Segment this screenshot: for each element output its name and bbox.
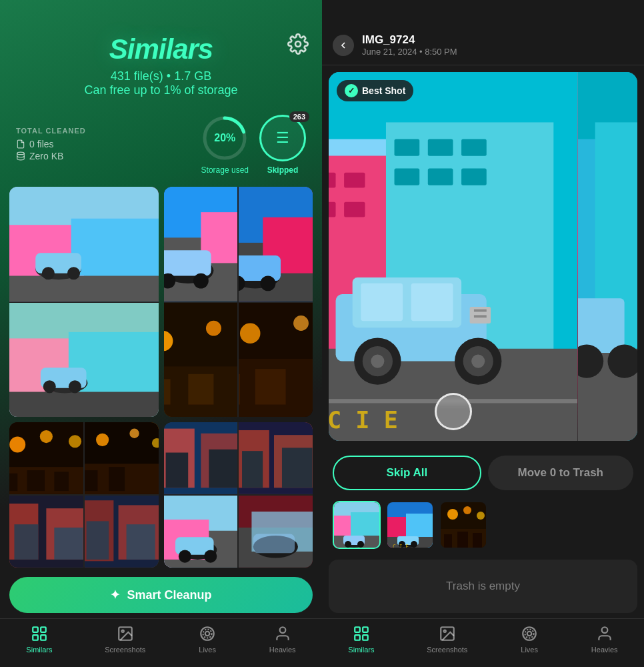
svg-rect-53 [9,474,17,491]
svg-rect-39 [164,379,171,404]
thumbnail-3[interactable] [439,501,487,549]
main-photo[interactable]: C I E ✓ Best Shot [329,72,577,441]
thumbnail-1[interactable] [333,501,381,549]
back-button[interactable] [333,35,354,56]
svg-rect-133 [474,315,487,317]
photo-info: IMG_9724 June 21, 2024 • 8:50 PM [362,33,457,57]
svg-rect-115 [461,169,487,185]
svg-point-26 [193,273,208,289]
svg-rect-81 [242,451,263,488]
svg-rect-95 [33,627,38,632]
svg-point-43 [293,315,309,331]
svg-rect-110 [395,139,420,156]
svg-rect-40 [188,374,213,404]
settings-button[interactable] [287,33,309,55]
secondary-photo [577,72,637,441]
photo-viewer: C I E ✓ Best Shot [322,65,644,618]
svg-point-50 [40,430,53,443]
svg-rect-77 [209,450,237,488]
thumbnail-2[interactable]: C I E [386,501,434,549]
lives-icon [198,624,217,643]
svg-point-18 [43,380,56,393]
svg-point-10 [42,267,55,279]
svg-point-19 [69,380,81,393]
photo-item[interactable] [9,303,159,418]
svg-rect-118 [329,202,336,217]
photo-item[interactable] [239,303,313,418]
photo-item[interactable] [164,187,238,301]
list-icon: ☰ [276,129,289,147]
nav-similars[interactable]: Similars [26,624,52,654]
right-nav-lives[interactable]: Lives [520,624,539,654]
best-shot-label: Best Shot [362,85,405,96]
svg-point-130 [471,355,485,368]
photo-item[interactable] [164,422,238,494]
svg-rect-76 [165,453,188,488]
photo-item[interactable] [85,496,159,568]
svg-rect-98 [41,635,46,640]
nav-screenshots[interactable]: Screenshots [105,624,145,654]
svg-rect-114 [428,169,453,185]
nav-heavies-label: Heavies [269,646,296,654]
move-trash-button[interactable]: Move 0 to Trash [488,456,634,490]
photo-item[interactable] [164,496,238,568]
photo-scrubber[interactable] [435,393,472,430]
nav-heavies[interactable]: Heavies [269,624,296,654]
svg-point-36 [206,320,221,336]
photo-item[interactable] [239,187,313,301]
svg-point-0 [295,41,301,47]
photo-item[interactable] [85,422,159,494]
svg-point-11 [67,267,80,279]
nav-lives[interactable]: Lives [198,624,217,654]
heavies-icon [273,624,292,643]
photo-item[interactable] [239,422,313,494]
right-nav-similars[interactable]: Similars [348,624,374,654]
svg-point-176 [525,630,534,638]
smart-cleanup-button[interactable]: ✦ Smart Cleanup [9,577,313,613]
left-header: Similars 431 file(s) • 1.7 GB Can free u… [0,0,322,104]
photo-item[interactable] [164,303,238,418]
right-nav-screenshots[interactable]: Screenshots [427,624,467,654]
svg-rect-24 [164,250,211,275]
svg-rect-46 [239,374,240,404]
photo-group-2[interactable] [164,187,313,417]
right-nav-similars-label: Similars [348,646,374,654]
photo-item[interactable] [9,187,159,301]
svg-rect-54 [27,470,45,491]
svg-rect-97 [33,635,38,640]
photo-item[interactable] [239,496,313,568]
svg-point-102 [205,632,210,636]
skip-all-button[interactable]: Skip All [333,456,481,490]
svg-rect-67 [54,528,83,560]
svg-rect-72 [126,524,155,560]
total-cleaned-label: TOTAL CLEANED [16,127,86,135]
svg-rect-123 [361,283,403,321]
storage-gauge: 20% Storage used [201,115,249,175]
similars-icon [30,624,49,643]
svg-point-49 [9,437,25,453]
svg-point-163 [477,512,485,520]
svg-point-88 [178,550,191,563]
trash-empty-label: Trash is empty [446,580,520,593]
svg-rect-61 [85,470,97,491]
svg-rect-52 [9,467,83,494]
gauge-ring: 20% [201,115,248,161]
photo-item[interactable] [9,496,83,568]
svg-point-104 [279,627,285,633]
svg-point-161 [447,509,458,520]
right-nav-heavies[interactable]: Heavies [591,624,618,654]
svg-rect-96 [41,627,46,632]
file-icon [16,139,25,149]
right-nav-heavies-label: Heavies [591,646,618,654]
best-shot-check-icon: ✓ [345,84,358,97]
svg-point-89 [204,550,217,563]
svg-rect-171 [363,635,368,640]
thumbnail-strip: C I E [322,496,644,554]
svg-point-58 [129,429,139,438]
photo-group-1[interactable] [9,187,159,417]
photo-group-4[interactable] [164,422,313,568]
svg-rect-55 [54,472,69,492]
photo-group-3[interactable] [9,422,159,568]
skipped-label: Skipped [267,165,299,175]
photo-item[interactable] [9,422,83,494]
